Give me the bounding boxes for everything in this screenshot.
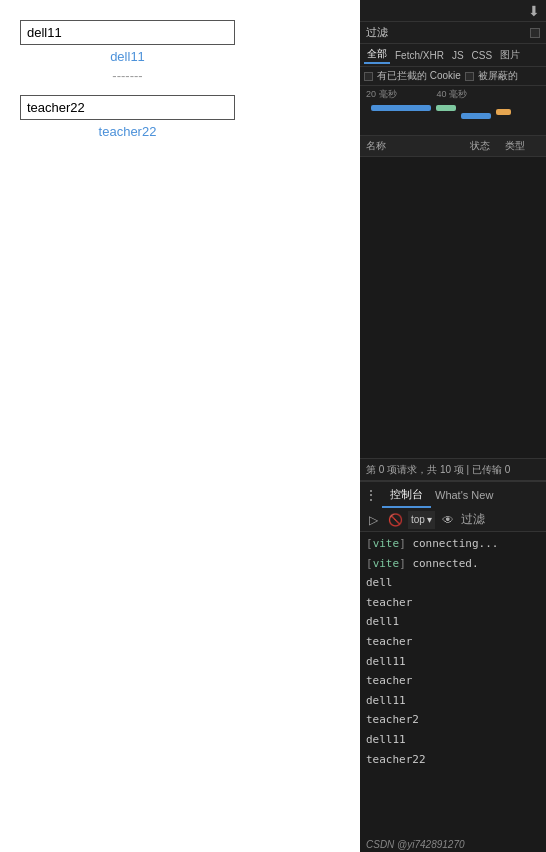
console-line-9: dell11	[360, 691, 546, 711]
separator: -------	[20, 68, 235, 83]
tab-all[interactable]: 全部	[364, 46, 390, 64]
cookie-label-2: 被屏蔽的	[478, 69, 518, 83]
col-type-header: 类型	[505, 139, 540, 153]
teacher-display-text: teacher22	[20, 124, 235, 139]
watermark-text: CSDN @yi742891270	[366, 839, 465, 850]
log-text-8: teacher	[366, 672, 412, 690]
network-table-header: 名称 状态 类型	[360, 136, 546, 157]
console-line-11: dell11	[360, 730, 546, 750]
tab-fetch-xhr[interactable]: Fetch/XHR	[392, 49, 447, 62]
left-panel: dell11 ------- teacher22	[0, 0, 360, 852]
console-toolbar: ▷ 🚫 top ▾ 👁 过滤	[360, 508, 546, 532]
cookie-label-1: 有已拦截的 Cookie	[377, 69, 461, 83]
vite-msg-2: connected.	[412, 555, 478, 573]
devtools-panel: ⬇ 过滤 全部 Fetch/XHR JS CSS 图片 有已拦截的 Cookie…	[360, 0, 546, 852]
network-status-bar: 第 0 项请求，共 10 项 | 已传输 0	[360, 458, 546, 480]
scale-40ms: 40 毫秒	[437, 88, 468, 101]
console-output: [vite] connecting... [vite] connected. d…	[360, 532, 546, 837]
teacher-input[interactable]	[20, 95, 235, 120]
console-line-2: [vite] connected.	[360, 554, 546, 574]
timeline-scale: 20 毫秒 40 毫秒	[360, 86, 546, 101]
tab-js[interactable]: JS	[449, 49, 467, 62]
console-filter-btn[interactable]: 过滤	[461, 511, 485, 528]
input-group-2: teacher22	[20, 95, 340, 139]
log-text-5: dell1	[366, 613, 399, 631]
filter-label: 过滤	[366, 25, 388, 40]
status-text: 第 0 项请求，共 10 项 | 已传输 0	[366, 463, 510, 477]
tab-img[interactable]: 图片	[497, 47, 523, 63]
log-text-11: dell11	[366, 731, 406, 749]
console-ban-btn[interactable]: 🚫	[386, 511, 404, 529]
log-text-7: dell11	[366, 653, 406, 671]
vite-msg-1: connecting...	[412, 535, 498, 553]
dell-input[interactable]	[20, 20, 235, 45]
console-line-12: teacher22	[360, 750, 546, 770]
console-line-7: dell11	[360, 652, 546, 672]
tab-console[interactable]: 控制台	[382, 483, 431, 508]
log-text-12: teacher22	[366, 751, 426, 769]
console-line-3: dell	[360, 573, 546, 593]
console-eye-btn[interactable]: 👁	[439, 511, 457, 529]
network-content-area[interactable]	[360, 157, 546, 458]
filter-checkbox-area	[530, 28, 540, 38]
top-dropdown[interactable]: top ▾	[408, 511, 435, 529]
console-line-6: teacher	[360, 632, 546, 652]
devtools-top-bar: ⬇	[360, 0, 546, 22]
download-icon[interactable]: ⬇	[528, 3, 540, 19]
type-filter-tabs: 全部 Fetch/XHR JS CSS 图片	[360, 44, 546, 67]
console-tab-bar: ⋮ 控制台 What's New	[360, 480, 546, 508]
filter-row: 过滤	[360, 22, 546, 44]
tl-bar-1	[371, 105, 431, 111]
log-text-6: teacher	[366, 633, 412, 651]
tl-bar-4	[496, 109, 511, 115]
console-line-4: teacher	[360, 593, 546, 613]
vite-bracket-1: [	[366, 535, 373, 553]
filter-checkbox[interactable]	[530, 28, 540, 38]
top-label: top	[411, 514, 425, 525]
tl-bar-2	[436, 105, 456, 111]
log-text-4: teacher	[366, 594, 412, 612]
input-group-1: dell11 -------	[20, 20, 340, 83]
tab-css[interactable]: CSS	[469, 49, 496, 62]
console-line-1: [vite] connecting...	[360, 534, 546, 554]
dell-display-text: dell11	[20, 49, 235, 64]
vite-bracket-2: [	[366, 555, 373, 573]
tl-bar-3	[461, 113, 491, 119]
timeline-bar-area	[366, 105, 540, 135]
tab-whats-new[interactable]: What's New	[435, 489, 493, 501]
console-line-10: teacher2	[360, 710, 546, 730]
log-text-10: teacher2	[366, 711, 419, 729]
cookie-checkbox-1[interactable]	[364, 72, 373, 81]
top-chevron: ▾	[427, 514, 432, 525]
console-line-8: teacher	[360, 671, 546, 691]
col-name-header: 名称	[366, 139, 470, 153]
scale-20ms: 20 毫秒	[366, 88, 397, 101]
log-text-3: dell	[366, 574, 393, 592]
console-line-5: dell1	[360, 612, 546, 632]
cookie-checkbox-2[interactable]	[465, 72, 474, 81]
cookie-filter-row: 有已拦截的 Cookie 被屏蔽的	[360, 67, 546, 86]
console-clear-btn[interactable]: ▷	[364, 511, 382, 529]
console-menu-icon[interactable]: ⋮	[364, 487, 378, 503]
col-status-header: 状态	[470, 139, 505, 153]
watermark: CSDN @yi742891270	[360, 837, 546, 852]
log-text-9: dell11	[366, 692, 406, 710]
timeline-area: 20 毫秒 40 毫秒	[360, 86, 546, 136]
